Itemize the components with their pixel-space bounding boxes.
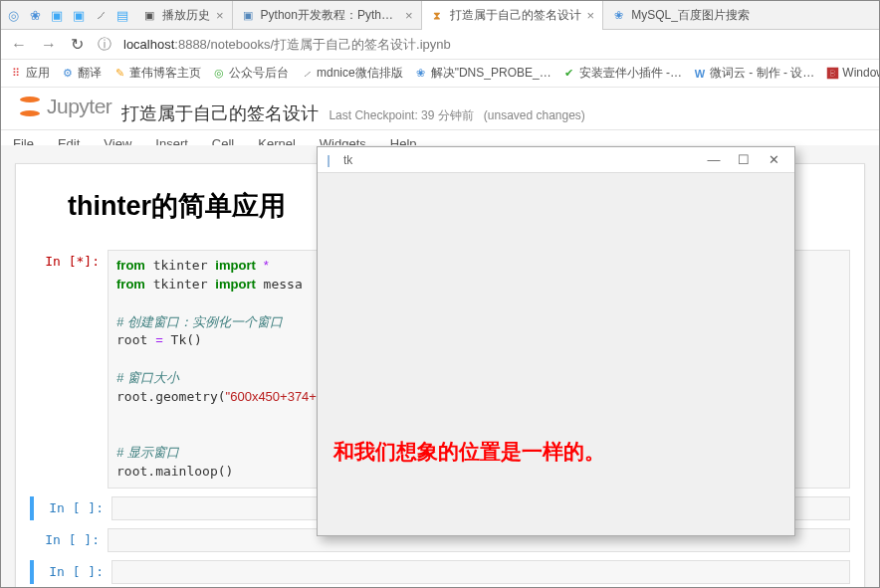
tab-title: MySQL_百度图片搜索 (631, 7, 750, 24)
pre-icon[interactable]: ▤ (114, 7, 130, 23)
tab-close-icon[interactable]: × (405, 8, 413, 23)
back-button[interactable]: ← (9, 36, 29, 54)
jupyter-logo-icon (17, 94, 43, 119)
bookmark-item[interactable]: ✎董伟博客主页 (112, 65, 201, 82)
jupyter-header: Jupyter 打造属于自己的签名设计 Last Checkpoint: 39 … (1, 88, 879, 129)
forward-button[interactable]: → (39, 36, 59, 54)
bookmark-item[interactable]: 🅱Windows系统中完… (825, 65, 879, 82)
browser-tab[interactable]: ▣ Python开发教程：PythonGUI… × (233, 1, 422, 30)
browser-tab[interactable]: ❀ MySQL_百度图片搜索 (603, 1, 758, 30)
tab-pre-icons: ◎ ❀ ▣ ▣ ⟋ ▤ (1, 7, 134, 23)
tk-titlebar[interactable]: ❘ tk — ☐ ✕ (318, 147, 794, 173)
reload-button[interactable]: ↻ (69, 35, 86, 54)
code-cell[interactable]: In [ ]: (30, 560, 850, 584)
cell-prompt: In [*]: (30, 250, 108, 489)
tab-favicon-loading: ⧗ (430, 8, 444, 22)
maximize-button[interactable]: ☐ (729, 152, 759, 167)
cell-prompt: In [ ]: (34, 560, 111, 584)
apps-button[interactable]: ⠿应用 (9, 65, 50, 82)
browser-tab-active[interactable]: ⧗ 打造属于自己的签名设计 × (422, 1, 604, 30)
annotation-text: 和我们想象的位置是一样的。 (333, 438, 605, 466)
tk-feather-icon: ❘ (324, 153, 337, 167)
bookmark-item[interactable]: ❀解决"DNS_PROBE_… (414, 65, 551, 82)
tab-close-icon[interactable]: × (216, 8, 224, 23)
pre-icon[interactable]: ▣ (71, 7, 87, 23)
tab-favicon: ▣ (142, 8, 156, 22)
tk-body: 和我们想象的位置是一样的。 (318, 173, 794, 535)
tk-title: tk (343, 153, 352, 167)
bookmark-item[interactable]: ✔安装壹伴小插件 -… (562, 65, 682, 82)
tab-title: Python开发教程：PythonGUI… (261, 7, 399, 24)
tk-window[interactable]: ❘ tk — ☐ ✕ 和我们想象的位置是一样的。 (317, 146, 795, 536)
checkpoint-text: Last Checkpoint: 39 分钟前 (329, 107, 473, 124)
tab-close-icon[interactable]: × (587, 8, 595, 23)
address-bar: ← → ↻ ⓘ localhost:8888/notebooks/打造属于自己的… (1, 30, 879, 60)
cell-prompt: In [ ]: (30, 528, 108, 552)
tab-title: 打造属于自己的签名设计 (450, 7, 581, 24)
browser-tab[interactable]: ▣ 播放历史 × (134, 1, 233, 30)
jupyter-logo[interactable]: Jupyter (17, 94, 111, 119)
bookmark-item[interactable]: ⟋mdnice微信排版 (300, 65, 403, 82)
pre-icon[interactable]: ❀ (27, 7, 43, 23)
save-status: (unsaved changes) (484, 108, 585, 122)
site-info-icon[interactable]: ⓘ (96, 36, 113, 54)
tab-title: 播放历史 (162, 7, 210, 24)
bookmark-item[interactable]: ◎公众号后台 (212, 65, 289, 82)
cell-prompt: In [ ]: (34, 496, 111, 520)
tab-favicon: ❀ (611, 8, 625, 22)
minimize-button[interactable]: — (699, 152, 729, 167)
bookmark-bar: ⠿应用 ⚙翻译 ✎董伟博客主页 ◎公众号后台 ⟋mdnice微信排版 ❀解决"D… (1, 60, 879, 88)
pre-icon[interactable]: ⟋ (93, 7, 109, 23)
browser-tab-bar: ◎ ❀ ▣ ▣ ⟋ ▤ ▣ 播放历史 × ▣ Python开发教程：Python… (1, 1, 879, 30)
bookmark-item[interactable]: ⚙翻译 (61, 65, 102, 82)
bookmark-item[interactable]: W微词云 - 制作 - 设… (693, 65, 814, 82)
close-button[interactable]: ✕ (759, 152, 788, 167)
jupyter-logo-text: Jupyter (47, 95, 111, 118)
code-area[interactable] (111, 560, 850, 584)
tab-favicon: ▣ (241, 8, 255, 22)
pre-icon[interactable]: ◎ (5, 7, 21, 23)
notebook-name[interactable]: 打造属于自己的签名设计 (121, 101, 319, 125)
url-display[interactable]: localhost:8888/notebooks/打造属于自己的签名设计.ipy… (123, 36, 451, 54)
pre-icon[interactable]: ▣ (49, 7, 65, 23)
